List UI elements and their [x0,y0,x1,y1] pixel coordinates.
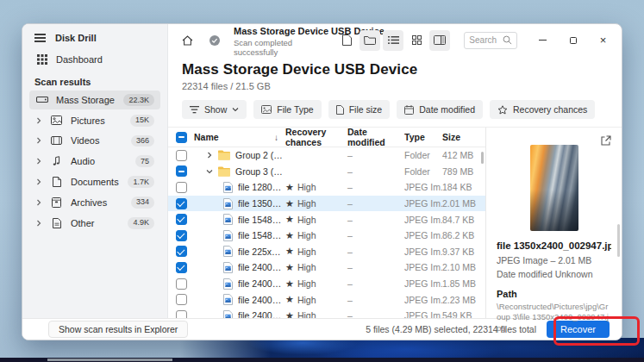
row-checkbox[interactable] [176,150,187,161]
column-header-type[interactable]: Type [404,132,442,142]
chevron-right-icon[interactable] [35,199,42,206]
preview-filename: file 1350x2400_002947.jpg [497,240,611,251]
date-cell: – [347,310,404,318]
folder-view-button[interactable] [360,30,380,51]
star-icon: ★ [285,214,294,225]
show-in-explorer-button[interactable]: Show scan results in Explorer [48,321,188,338]
table-row[interactable]: file 2400x1350_...★High–JPEG Im...1.85 M… [168,276,485,292]
row-checkbox[interactable] [176,165,187,177]
page-subtitle: 22314 files / 21.5 GB [182,81,608,91]
new-file-view-button[interactable] [336,30,357,51]
chevron-right-icon[interactable] [206,152,213,159]
column-header-recovery[interactable]: Recovery chances [285,127,347,147]
sidebar-item-pictures[interactable]: Pictures 15K [29,111,160,130]
hamburger-menu-icon[interactable] [34,34,46,41]
close-button[interactable]: × [591,30,615,51]
search-icon [503,35,512,45]
chevron-down-icon[interactable] [206,168,213,175]
sidebar-item-label: Other [71,218,120,228]
star-icon: ★ [285,294,294,305]
row-checkbox[interactable] [176,246,187,257]
row-checkbox[interactable] [176,262,187,273]
folder-icon [218,166,230,177]
recovery-chances-filter-button[interactable]: Recovery chances [490,100,595,119]
table-row[interactable]: file 1280x720_0...★High–JPEG Im...184 KB [168,179,485,196]
row-checkbox[interactable] [176,182,187,193]
background-window-edge [47,359,172,361]
recovery-cell: ★High [285,278,347,290]
column-header-size[interactable]: Size [442,132,485,142]
app-title: Disk Drill [55,33,97,43]
chevron-right-icon[interactable] [35,220,42,227]
chevron-right-icon[interactable] [35,117,42,124]
recovery-cell: ★High [285,294,347,305]
recovery-cell: ★High [285,198,347,209]
row-checkbox[interactable] [176,310,187,318]
row-checkbox[interactable] [176,294,187,305]
type-cell: JPEG Im... [404,278,442,289]
search-input[interactable] [469,35,503,45]
home-button[interactable] [177,30,197,51]
audio-icon [50,156,63,166]
table-row[interactable]: file 2400x1350_...★High–JPEG Im...2.10 M… [168,259,485,276]
list-view-button[interactable] [383,30,403,51]
row-checkbox[interactable] [176,198,187,209]
table-row[interactable]: file 1548x1161_...★High–JPEG Im...84.7 K… [168,211,485,228]
sidebar-item-documents[interactable]: Documents 1.7K [29,172,160,191]
preview-scrollbar[interactable] [617,224,620,257]
chevron-down-icon [232,107,239,112]
scan-results-section-label: Scan results [22,69,167,90]
sidebar-item-label: Archives [71,197,123,208]
other-files-icon [50,218,63,228]
sidebar-item-videos[interactable]: Videos 366 [29,132,160,151]
sidebar-item-device[interactable]: Mass Storage Device U... 22.3K [29,90,160,109]
sidebar-item-other[interactable]: Other 4.9K [29,214,160,233]
recovery-cell: ★High [285,246,347,257]
sort-descending-icon[interactable]: ↓ [274,133,278,142]
row-checkbox[interactable] [176,214,187,225]
table-scrollbar[interactable] [481,152,484,164]
preview-path-value: \Reconstructed\Pictures\jpg\Group 3\file… [497,302,611,334]
jpeg-file-icon [223,278,233,290]
show-filter-button[interactable]: Show [182,100,247,119]
column-header-name[interactable]: Name ↓ [194,132,285,142]
file-size-filter-button[interactable]: File size [328,100,391,119]
sidebar-item-audio[interactable]: Audio 75 [29,152,160,171]
table-row[interactable]: Group 2 (1000)–Folder412 MB [168,147,485,164]
chevron-right-icon[interactable] [35,158,42,165]
preview-panel-toggle-button[interactable] [429,30,450,51]
maximize-button[interactable] [561,30,585,51]
date-cell: – [347,198,404,209]
file-type-filter-button[interactable]: File Type [253,100,321,119]
size-cell: 86.2 KB [442,230,485,240]
size-cell: 2.01 MB [442,198,485,209]
count-badge: 75 [135,155,154,167]
size-cell: 1.85 MB [442,278,485,289]
row-checkbox[interactable] [176,230,187,241]
chevron-right-icon[interactable] [35,137,42,144]
date-modified-filter-button[interactable]: Date modified [397,100,483,119]
minimize-button[interactable] [531,30,554,51]
chevron-right-icon[interactable] [35,178,42,185]
table-row[interactable]: file 2400x1350_...★High–JPEG Im...549 KB [168,308,485,318]
sidebar-item-archives[interactable]: Archives 334 [29,193,160,212]
open-external-icon[interactable] [598,133,614,148]
select-all-checkbox[interactable] [176,132,187,143]
star-icon [497,105,508,115]
file-name: file 2400x1350_... [238,278,285,289]
row-checkbox[interactable] [176,278,187,290]
pictures-icon [50,115,63,125]
table-row[interactable]: file 1548x1161_...★High–JPEG Im...86.2 K… [168,228,485,244]
type-cell: JPEG Im... [404,230,442,240]
table-row[interactable]: Group 3 (1000)–Folder789 MB [168,164,485,180]
recovery-cell: ★High [285,182,347,193]
table-row[interactable]: file 2400x1350_...★High–JPEG Im...2.23 M… [168,291,485,308]
table-row[interactable]: file 225x300_00...★High–JPEG Im...9.37 K… [168,244,485,260]
sidebar-item-dashboard[interactable]: Dashboard [29,51,160,68]
jpeg-file-icon [223,246,233,257]
date-cell: – [347,150,404,160]
column-header-date[interactable]: Date modified [347,127,404,147]
grid-view-button[interactable] [406,30,427,51]
table-row[interactable]: file 1350x2400_...★High–JPEG Im...2.01 M… [168,196,485,212]
preview-image[interactable] [530,145,578,231]
